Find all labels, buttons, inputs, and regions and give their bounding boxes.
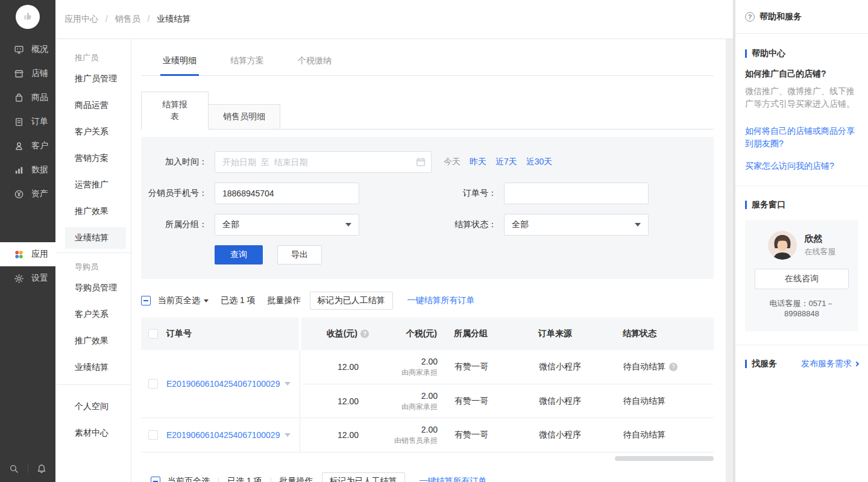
- settlement-table: 订单号 收益(元) 个税(元) 所属分组 订单来源 结算状态 E: [141, 318, 714, 462]
- subnav-item-promoter-manage[interactable]: 推广员管理: [55, 66, 131, 92]
- sidebar-item-settings[interactable]: 设置: [0, 266, 55, 290]
- help-icon[interactable]: [669, 363, 678, 371]
- row-expand-icon[interactable]: [285, 433, 291, 437]
- subnav-item-marketing-plan[interactable]: 营销方案: [55, 145, 131, 172]
- date-range-input[interactable]: [215, 151, 432, 173]
- subnav-item-guide-performance-settlement[interactable]: 业绩结算: [55, 354, 131, 381]
- search-icon[interactable]: [0, 464, 28, 474]
- sidebar-item-label: 数据: [31, 164, 48, 175]
- sidebar-footer: [0, 455, 55, 482]
- sidebar-item-label: 商品: [31, 92, 48, 103]
- sidebar-item-goods[interactable]: 商品: [0, 86, 55, 110]
- header-checkbox[interactable]: [148, 329, 158, 339]
- settings-icon: [14, 274, 24, 284]
- subtab-salesperson-detail[interactable]: 销售员明细: [208, 104, 280, 130]
- scrollbar-thumb[interactable]: [615, 456, 714, 461]
- row-checkbox[interactable]: [148, 379, 158, 389]
- quick-7days-link[interactable]: 近7天: [495, 157, 517, 167]
- help-paragraph: 微信推广、微博推广、线下推广等方式引导买家进入店铺。: [745, 85, 858, 110]
- subnav-item-material-center[interactable]: 素材中心: [55, 420, 131, 446]
- tax-cell: 2.00: [370, 424, 438, 435]
- source-cell: 微信小程序: [539, 430, 623, 440]
- phone-input[interactable]: [215, 183, 359, 204]
- select-all-label[interactable]: 当前页全选: [168, 476, 210, 482]
- apps-icon: [14, 249, 24, 260]
- divider: [271, 478, 271, 482]
- subnav-item-promo-effect[interactable]: 推广效果: [55, 198, 131, 225]
- select-all-label[interactable]: 当前页全选: [158, 295, 200, 306]
- quick-30days-link[interactable]: 近30天: [526, 157, 553, 167]
- service-card: 欣然 在线客服 在线咨询 电话客服：0571－89988848: [745, 220, 858, 331]
- subtab-settlement-report[interactable]: 结算报表: [141, 92, 209, 130]
- subnav-item-personal-space[interactable]: 个人空间: [55, 393, 131, 420]
- help-icon[interactable]: [360, 330, 369, 338]
- subnav-section-label: 导购员: [55, 261, 131, 272]
- row-checkbox[interactable]: [148, 430, 158, 440]
- tax-note: 由商家承担: [370, 401, 438, 412]
- question-circle-icon: [745, 12, 755, 22]
- breadcrumb-item[interactable]: 销售员: [115, 14, 140, 23]
- sidebar-item-apps[interactable]: 应用: [0, 242, 55, 266]
- sidebar-item-label: 客户: [31, 140, 48, 151]
- main-column: 应用中心 / 销售员 / 业绩结算 推广员 推广员管理 商品运营 客户关系 营销…: [55, 0, 733, 482]
- chevron-down-icon[interactable]: [204, 299, 209, 302]
- help-question: 如何推广自己的店铺?: [745, 69, 858, 80]
- select-all-checkbox[interactable]: [151, 477, 160, 482]
- panel-divider: [735, 345, 868, 345]
- col-income: 收益(元): [327, 328, 357, 339]
- divider: [218, 478, 219, 482]
- quick-yesterday-link[interactable]: 昨天: [470, 157, 486, 167]
- sidebar-item-shop[interactable]: 店铺: [0, 61, 55, 86]
- order-number-link[interactable]: E20190606104254067100029: [166, 430, 280, 440]
- tab-personal-tax[interactable]: 个税缴纳: [298, 55, 332, 75]
- sidebar-item-data[interactable]: 数据: [0, 158, 55, 182]
- settle-all-link[interactable]: 一键结算所有订单: [420, 476, 487, 482]
- subnav-item-guide-manage[interactable]: 导购员管理: [55, 275, 131, 301]
- subnav-item-operation-promo[interactable]: 运营推广: [55, 172, 131, 198]
- publish-service-link[interactable]: 发布服务需求: [801, 358, 858, 369]
- subnav-item-customer-relation[interactable]: 客户关系: [55, 119, 131, 145]
- sidebar-item-label: 订单: [31, 116, 48, 127]
- sub-tabs: 结算报表 销售员明细: [141, 92, 714, 130]
- table-row: 12.00 2.00由商家承担 有赞一哥 微信小程序 待自动结算: [302, 350, 714, 384]
- quick-today-link[interactable]: 今天: [444, 157, 461, 167]
- status-cell: 待自动结算: [623, 430, 665, 440]
- export-button[interactable]: 导出: [277, 245, 322, 264]
- sidebar-item-overview[interactable]: 概况: [0, 37, 55, 61]
- tab-performance-detail[interactable]: 业绩明细: [163, 55, 197, 75]
- sidebar-item-label: 概况: [31, 44, 48, 55]
- subnav-item-goods-operation[interactable]: 商品运营: [55, 92, 131, 119]
- tax-note: 由商家承担: [370, 367, 438, 378]
- subnav-item-guide-promo-effect[interactable]: 推广效果: [55, 328, 131, 354]
- mark-settled-button[interactable]: 标记为已人工结算: [322, 472, 405, 482]
- sidebar-item-orders[interactable]: 订单: [0, 110, 55, 134]
- online-consult-button[interactable]: 在线咨询: [755, 269, 849, 289]
- order-no-input[interactable]: [504, 183, 649, 204]
- source-cell: 微信小程序: [539, 396, 623, 407]
- table-row: 12.00 2.00由商家承担 有赞一哥 微信小程序 待自动结算: [302, 384, 714, 418]
- subnav-item-performance-settlement[interactable]: 业绩结算: [65, 227, 126, 249]
- row-expand-icon[interactable]: [285, 382, 291, 386]
- search-button[interactable]: 查询: [215, 245, 263, 264]
- group-select[interactable]: 全部: [215, 214, 359, 236]
- order-number-link[interactable]: E20190606104254067100029: [166, 379, 280, 389]
- help-link-share[interactable]: 如何将自己的店铺或商品分享到朋友圈?: [745, 125, 858, 150]
- brand-logo[interactable]: [16, 5, 40, 29]
- sidebar-item-assets[interactable]: 资产: [0, 182, 55, 206]
- help-link-visit[interactable]: 买家怎么访问我的店铺?: [745, 160, 858, 172]
- subnav-item-guide-customer-relation[interactable]: 客户关系: [55, 301, 131, 328]
- group-cell: 有赞一哥: [438, 362, 539, 372]
- settle-all-link[interactable]: 一键结算所有订单: [407, 295, 475, 306]
- join-time-label: 加入时间：: [141, 157, 207, 167]
- status-select[interactable]: 全部: [504, 214, 649, 236]
- mark-settled-button[interactable]: 标记为已人工结算: [310, 292, 393, 310]
- service-phone: 电话客服：0571－89988848: [755, 298, 849, 318]
- bell-icon[interactable]: [28, 464, 56, 474]
- select-all-checkbox[interactable]: [141, 296, 151, 305]
- breadcrumb-item[interactable]: 应用中心: [64, 14, 98, 23]
- accent-bar: [745, 360, 747, 368]
- sidebar-item-customers[interactable]: 客户: [0, 134, 55, 158]
- tab-settlement-plan[interactable]: 结算方案: [230, 55, 264, 75]
- orders-icon: [14, 117, 24, 127]
- tax-cell: 2.00: [370, 356, 438, 367]
